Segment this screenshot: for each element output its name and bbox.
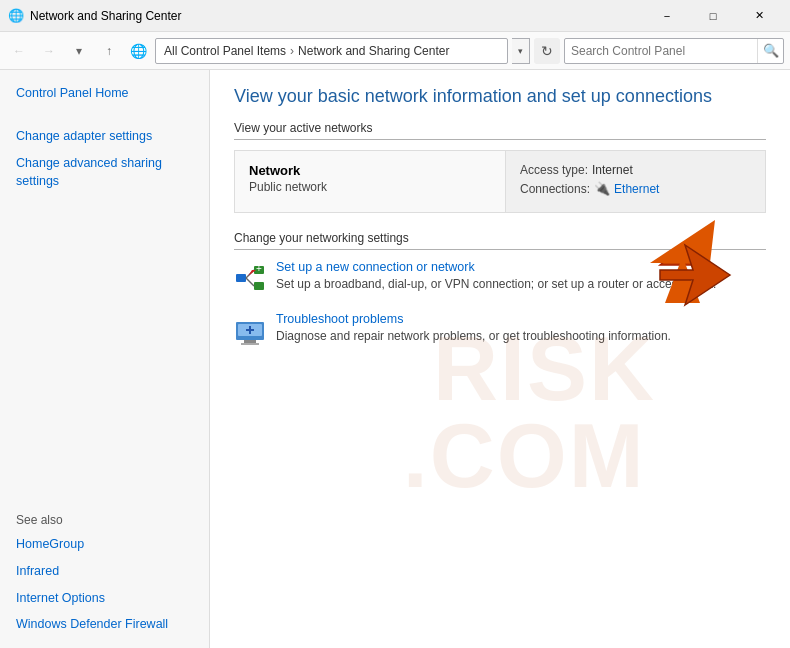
search-box[interactable]: 🔍: [564, 38, 784, 64]
address-network-icon: 🌐: [130, 43, 147, 59]
svg-text:+: +: [256, 263, 262, 274]
main-layout: Control Panel Home Change adapter settin…: [0, 70, 790, 648]
search-icon[interactable]: 🔍: [757, 39, 783, 63]
troubleshoot-desc: Diagnose and repair network problems, or…: [276, 329, 671, 343]
address-bar: ← → ▾ ↑ 🌐 All Control Panel Items › Netw…: [0, 32, 790, 70]
access-type-label: Access type:: [520, 163, 588, 177]
title-bar-title: Network and Sharing Center: [30, 9, 181, 23]
up-button[interactable]: ↑: [96, 38, 122, 64]
minimize-button[interactable]: −: [644, 0, 690, 32]
settings-item-new-connection: + Set up a new connection or network Set…: [234, 260, 766, 294]
sidebar-item-infrared[interactable]: Infrared: [0, 558, 209, 585]
sidebar-item-homegroup[interactable]: HomeGroup: [0, 531, 209, 558]
title-bar-icon: 🌐: [8, 8, 24, 24]
new-connection-icon: +: [234, 262, 266, 294]
search-input[interactable]: [565, 44, 757, 58]
ethernet-icon: 🔌: [594, 181, 610, 196]
recent-pages-button[interactable]: ▾: [66, 38, 92, 64]
maximize-button[interactable]: □: [690, 0, 736, 32]
network-type: Public network: [249, 180, 491, 194]
breadcrumb-network-sharing: Network and Sharing Center: [298, 44, 449, 58]
title-bar: 🌐 Network and Sharing Center − □ ✕: [0, 0, 790, 32]
close-button[interactable]: ✕: [736, 0, 782, 32]
settings-item-troubleshoot: Troubleshoot problems Diagnose and repai…: [234, 312, 766, 346]
svg-line-7: [246, 278, 254, 286]
sidebar-item-windows-defender[interactable]: Windows Defender Firewall: [0, 611, 209, 638]
active-networks-box: Network Public network Access type: Inte…: [234, 150, 766, 213]
troubleshoot-link[interactable]: Troubleshoot problems: [276, 312, 671, 326]
sidebar-item-internet-options[interactable]: Internet Options: [0, 585, 209, 612]
troubleshoot-text: Troubleshoot problems Diagnose and repai…: [276, 312, 671, 343]
network-left-panel: Network Public network: [235, 151, 505, 212]
forward-button[interactable]: →: [36, 38, 62, 64]
sidebar: Control Panel Home Change adapter settin…: [0, 70, 210, 648]
address-dropdown-button[interactable]: ▾: [512, 38, 530, 64]
new-connection-text: Set up a new connection or network Set u…: [276, 260, 716, 291]
access-type-value: Internet: [592, 163, 633, 177]
new-connection-desc: Set up a broadband, dial-up, or VPN conn…: [276, 277, 716, 291]
svg-rect-5: [254, 282, 264, 290]
troubleshoot-icon: [234, 314, 266, 346]
address-field[interactable]: All Control Panel Items › Network and Sh…: [155, 38, 508, 64]
networking-settings-header: Change your networking settings: [234, 231, 766, 250]
page-title: View your basic network information and …: [234, 86, 766, 107]
access-type-row: Access type: Internet: [520, 163, 751, 177]
sidebar-item-change-advanced[interactable]: Change advanced sharing settings: [0, 150, 209, 196]
svg-rect-3: [236, 274, 246, 282]
refresh-button[interactable]: ↻: [534, 38, 560, 64]
new-connection-link[interactable]: Set up a new connection or network: [276, 260, 716, 274]
see-also-label: See also: [0, 497, 209, 531]
watermark-bottom: .COM: [403, 405, 646, 508]
content-area: RISK .COM View your basic network inform…: [210, 70, 790, 648]
active-networks-header: View your active networks: [234, 121, 766, 140]
svg-rect-13: [241, 343, 259, 345]
network-right-panel: Access type: Internet Connections: 🔌 Eth…: [505, 151, 765, 212]
breadcrumb-all-control-panel: All Control Panel Items: [164, 44, 286, 58]
connections-row: Connections: 🔌 Ethernet: [520, 181, 751, 196]
back-button[interactable]: ←: [6, 38, 32, 64]
sidebar-item-control-panel-home[interactable]: Control Panel Home: [0, 80, 209, 107]
connections-label: Connections:: [520, 182, 590, 196]
sidebar-item-change-adapter[interactable]: Change adapter settings: [0, 123, 209, 150]
ethernet-link[interactable]: Ethernet: [614, 182, 659, 196]
network-name: Network: [249, 163, 491, 178]
svg-rect-12: [244, 340, 256, 343]
